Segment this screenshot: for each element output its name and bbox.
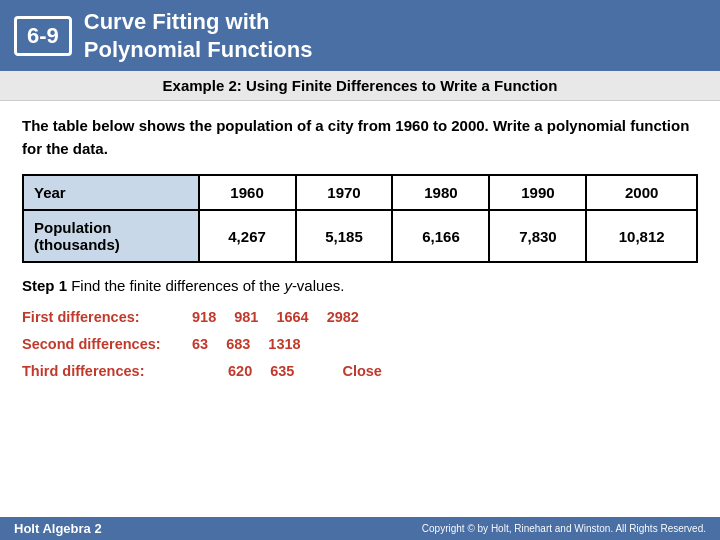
td-1: 620 <box>228 358 252 385</box>
second-diff-values: 63 683 1318 <box>192 331 301 358</box>
subtitle-text: Example 2: Using Finite Differences to W… <box>163 77 558 94</box>
first-diff-values: 918 981 1664 2982 <box>192 304 359 331</box>
sd-2: 683 <box>226 331 250 358</box>
second-diff-row: Second differences: 63 683 1318 <box>22 331 698 358</box>
main-content: The table below shows the population of … <box>0 101 720 394</box>
fd-4: 2982 <box>327 304 359 331</box>
step1-text: Step 1 Find the finite differences of th… <box>22 277 698 294</box>
year-1960: 1960 <box>199 175 296 210</box>
header-title: Curve Fitting with Polynomial Functions <box>84 8 313 63</box>
pop-2000: 10,812 <box>586 210 697 262</box>
year-1980: 1980 <box>392 175 489 210</box>
footer-right: Copyright © by Holt, Rinehart and Winsto… <box>422 523 706 534</box>
year-header: Year <box>23 175 199 210</box>
pop-1980: 6,166 <box>392 210 489 262</box>
fd-3: 1664 <box>276 304 308 331</box>
data-table: Year 1960 1970 1980 1990 2000 Population… <box>22 174 698 263</box>
subtitle-bar: Example 2: Using Finite Differences to W… <box>0 71 720 101</box>
first-diff-label: First differences: <box>22 304 192 331</box>
third-diff-values: 620 635 Close <box>192 358 382 385</box>
intro-paragraph: The table below shows the population of … <box>22 115 698 160</box>
third-diff-label: Third differences: <box>22 358 192 385</box>
differences-section: First differences: 918 981 1664 2982 Sec… <box>22 304 698 384</box>
footer-left: Holt Algebra 2 <box>14 521 102 536</box>
pop-1970: 5,185 <box>296 210 393 262</box>
sd-3: 1318 <box>268 331 300 358</box>
fd-1: 918 <box>192 304 216 331</box>
year-1970: 1970 <box>296 175 393 210</box>
footer: Holt Algebra 2 Copyright © by Holt, Rine… <box>0 517 720 540</box>
year-2000: 2000 <box>586 175 697 210</box>
fd-2: 981 <box>234 304 258 331</box>
badge: 6-9 <box>14 16 72 56</box>
table-row-years: Year 1960 1970 1980 1990 2000 <box>23 175 697 210</box>
population-header: Population (thousands) <box>23 210 199 262</box>
header: 6-9 Curve Fitting with Polynomial Functi… <box>0 0 720 71</box>
first-diff-row: First differences: 918 981 1664 2982 <box>22 304 698 331</box>
sd-1: 63 <box>192 331 208 358</box>
td-2: 635 <box>270 358 294 385</box>
year-1990: 1990 <box>489 175 586 210</box>
close-label: Close <box>342 358 382 385</box>
table-row-population: Population (thousands) 4,267 5,185 6,166… <box>23 210 697 262</box>
third-diff-row: Third differences: 620 635 Close <box>22 358 698 385</box>
pop-1990: 7,830 <box>489 210 586 262</box>
pop-1960: 4,267 <box>199 210 296 262</box>
second-diff-label: Second differences: <box>22 331 192 358</box>
